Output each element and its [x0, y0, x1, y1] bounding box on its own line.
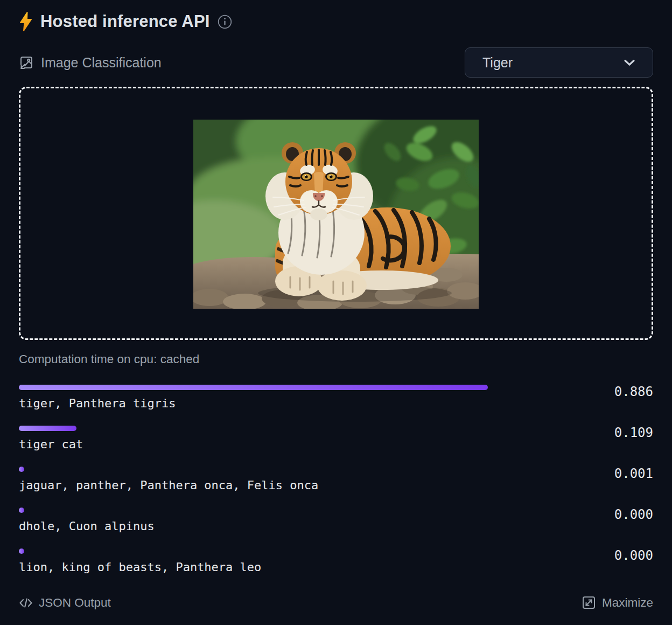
result-row: tiger cat 0.109 [19, 426, 653, 452]
maximize-button[interactable]: Maximize [582, 596, 653, 610]
result-label: tiger, Panthera tigris [19, 396, 549, 411]
result-score: 0.109 [614, 425, 653, 440]
tiger-image [193, 120, 479, 309]
task-row: Image Classification Tiger [19, 47, 653, 78]
task-link[interactable]: Image Classification [19, 55, 162, 71]
result-row: dhole, Cuon alpinus 0.000 [19, 508, 653, 534]
example-dropdown[interactable]: Tiger [465, 47, 653, 78]
result-label: jaguar, panther, Panthera onca, Felis on… [19, 478, 549, 493]
score-bar [19, 426, 76, 431]
code-icon [19, 596, 33, 610]
result-score: 0.886 [614, 384, 653, 399]
widget-footer: JSON Output Maximize [19, 596, 653, 610]
score-bar [19, 508, 24, 513]
image-dropzone[interactable] [19, 87, 653, 340]
maximize-icon [582, 596, 596, 610]
inference-widget: Hosted inference API Image Classificatio… [0, 0, 672, 610]
score-bar [19, 467, 24, 472]
score-bar [19, 548, 24, 554]
result-label: dhole, Cuon alpinus [19, 519, 549, 534]
computation-time: Computation time on cpu: cached [19, 352, 653, 366]
info-icon[interactable] [218, 15, 232, 29]
chevron-down-icon [622, 55, 636, 70]
json-output-button[interactable]: JSON Output [19, 596, 111, 610]
maximize-label: Maximize [602, 596, 653, 610]
result-score: 0.000 [614, 507, 653, 522]
example-dropdown-value: Tiger [482, 55, 513, 71]
widget-header: Hosted inference API [19, 12, 653, 31]
result-row: jaguar, panther, Panthera onca, Felis on… [19, 467, 653, 493]
result-row: lion, king of beasts, Panthera leo 0.000 [19, 548, 653, 575]
lightning-icon [19, 12, 34, 31]
task-label: Image Classification [41, 55, 162, 71]
result-score: 0.001 [614, 466, 653, 481]
image-classification-icon [19, 55, 34, 70]
results-list: tiger, Panthera tigris 0.886 tiger cat 0… [19, 385, 653, 575]
page-title: Hosted inference API [40, 12, 210, 31]
score-bar [19, 385, 488, 390]
result-row: tiger, Panthera tigris 0.886 [19, 385, 653, 411]
json-output-label: JSON Output [39, 596, 111, 610]
result-score: 0.000 [614, 548, 653, 563]
result-label: lion, king of beasts, Panthera leo [19, 560, 549, 575]
result-label: tiger cat [19, 437, 549, 452]
